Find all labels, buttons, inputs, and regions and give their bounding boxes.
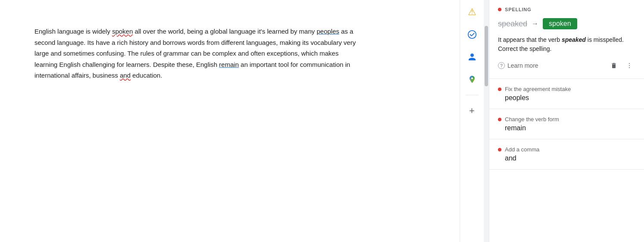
warning-icon-btn[interactable]: ⚠ — [464, 3, 481, 21]
spelling-dot — [498, 8, 501, 11]
spelling-label: SPELLING — [498, 7, 635, 12]
more-options-button[interactable] — [623, 60, 635, 72]
suggestion-dot-1 — [498, 88, 501, 91]
svg-point-2 — [629, 63, 630, 64]
warning-icon: ⚠ — [468, 6, 476, 18]
svg-point-0 — [468, 31, 476, 38]
icon-sidebar: ⚠ + — [460, 0, 484, 242]
suggestion-item-1[interactable]: Fix the agreement mistake peoples — [489, 79, 644, 109]
person-icon-btn[interactable] — [464, 48, 481, 66]
learn-more-button[interactable]: ? Learn more — [498, 62, 538, 69]
scrollbar[interactable] — [484, 0, 489, 242]
svg-point-1 — [471, 77, 473, 79]
text-after-spoken: all over the world, being a global langu… — [133, 28, 317, 35]
suggestion-dot-2 — [498, 118, 501, 121]
word-spoken: spoken — [112, 28, 133, 35]
learn-more-row: ? Learn more — [498, 60, 635, 72]
suggestion-item-2[interactable]: Change the verb form remain — [489, 109, 644, 139]
word-peoples: peoples — [317, 28, 339, 35]
text-end: education. — [131, 72, 162, 79]
trash-icon — [610, 62, 617, 69]
editor-text: English language is widely spoken all ov… — [34, 26, 358, 81]
add-icon-btn[interactable]: + — [464, 102, 481, 119]
action-icons — [608, 60, 635, 72]
scrollbar-thumb[interactable] — [485, 26, 488, 86]
correction-description: It appears that the verb speaked is miss… — [498, 35, 635, 53]
suggestion-item-3[interactable]: Add a comma and — [489, 139, 644, 170]
suggestion-title-1: Fix the agreement mistake — [498, 86, 635, 92]
right-panel: SPELLING speaked → spoken It appears tha… — [489, 0, 644, 242]
word-remain: remain — [219, 61, 239, 68]
word-new[interactable]: spoken — [543, 18, 577, 29]
text-before-spoken: English language is widely — [34, 28, 112, 35]
dots-icon — [626, 62, 633, 69]
check-circle-icon — [467, 30, 477, 39]
plus-icon: + — [469, 105, 475, 116]
question-icon: ? — [498, 62, 505, 69]
word-old: speaked — [498, 19, 527, 28]
svg-point-3 — [629, 65, 630, 66]
svg-point-4 — [629, 67, 630, 68]
main-editor[interactable]: English language is widely spoken all ov… — [0, 0, 460, 242]
spelling-section: SPELLING speaked → spoken It appears tha… — [489, 0, 644, 79]
maps-icon-btn[interactable] — [464, 71, 481, 88]
word-and: and — [120, 72, 131, 79]
suggestion-word-2: remain — [498, 124, 635, 132]
check-icon-btn[interactable] — [464, 26, 481, 43]
correction-row: speaked → spoken — [498, 18, 635, 29]
suggestion-word-3: and — [498, 154, 635, 162]
sidebar-divider — [466, 95, 479, 95]
person-icon — [468, 53, 476, 61]
suggestion-title-3: Add a comma — [498, 146, 635, 153]
maps-icon — [468, 75, 476, 84]
delete-button[interactable] — [608, 60, 620, 72]
suggestion-dot-3 — [498, 148, 501, 151]
suggestion-word-1: peoples — [498, 94, 635, 102]
suggestion-title-2: Change the verb form — [498, 116, 635, 123]
arrow-icon: → — [532, 20, 538, 28]
